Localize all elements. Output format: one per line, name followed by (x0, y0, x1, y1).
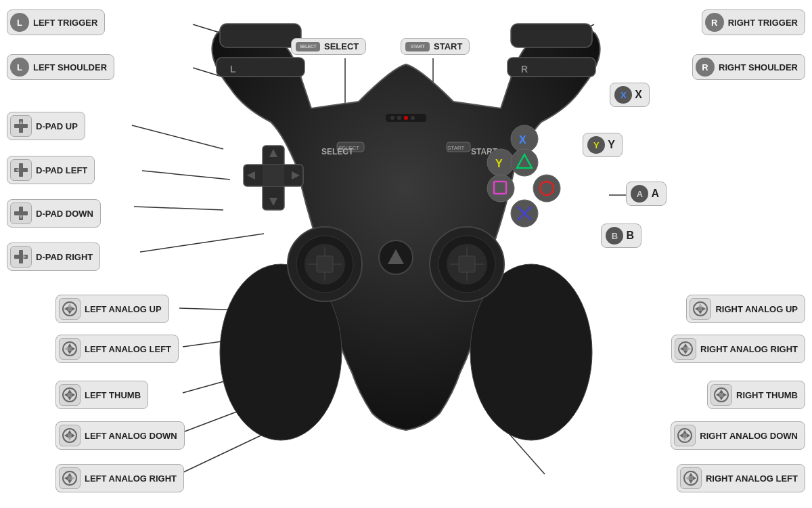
svg-point-96 (67, 346, 72, 352)
left-shoulder-label: L LEFT SHOULDER (7, 54, 114, 80)
right-thumb-icon (710, 384, 732, 406)
dpad-up-label: D-PAD UP (7, 112, 85, 140)
svg-text:SELECT: SELECT (321, 147, 354, 156)
left-analog-up-icon (59, 298, 81, 320)
left-analog-right-icon (59, 467, 81, 489)
dpad-down-label: D-PAD DOWN (7, 199, 101, 228)
svg-marker-111 (64, 433, 68, 438)
right-trigger-icon: R (705, 13, 724, 32)
svg-text:R: R (521, 64, 528, 75)
dpad-down-icon (10, 203, 32, 224)
left-trigger-label: L LEFT TRIGGER (7, 9, 105, 35)
svg-marker-130 (687, 347, 691, 351)
svg-marker-147 (685, 476, 689, 480)
svg-point-132 (719, 392, 724, 398)
svg-marker-103 (68, 389, 72, 393)
svg-rect-45 (263, 165, 284, 186)
svg-point-126 (683, 346, 688, 352)
dpad-up-icon (10, 115, 32, 137)
svg-marker-93 (64, 307, 68, 311)
svg-marker-116 (68, 480, 72, 484)
a-circle-icon: A (631, 185, 648, 203)
svg-point-72 (533, 175, 560, 202)
svg-marker-99 (64, 347, 68, 351)
right-shoulder-label: R RIGHT SHOULDER (692, 54, 805, 80)
svg-rect-84 (14, 211, 28, 215)
svg-marker-112 (72, 433, 75, 438)
svg-marker-122 (698, 311, 702, 314)
start-label: START START (401, 38, 470, 55)
right-analog-down-icon (674, 425, 696, 446)
right-analog-down-label: RIGHT ANALOG DOWN (671, 421, 805, 450)
x-button-label: X X (610, 83, 650, 107)
svg-marker-123 (695, 307, 698, 311)
svg-point-35 (404, 116, 408, 120)
controller-svg: L R SELECT SELECT START START (162, 14, 650, 461)
left-analog-down-label: LEFT ANALOG DOWN (55, 421, 185, 450)
svg-marker-129 (680, 347, 683, 351)
svg-marker-98 (68, 351, 72, 354)
svg-marker-104 (68, 397, 72, 400)
svg-point-36 (411, 116, 415, 120)
svg-marker-121 (698, 303, 702, 307)
left-shoulder-icon: L (10, 58, 29, 77)
svg-marker-105 (64, 393, 68, 397)
dpad-right-icon (10, 246, 32, 268)
svg-marker-148 (693, 476, 696, 480)
right-analog-up-label: RIGHT ANALOG UP (686, 295, 805, 323)
right-analog-right-label: RIGHT ANALOG RIGHT (671, 335, 805, 363)
svg-marker-109 (68, 430, 72, 433)
svg-point-33 (390, 116, 394, 120)
a-button-label: A A (626, 182, 667, 206)
select-icon: SELECT (296, 42, 320, 51)
y-circle-icon: Y (587, 136, 605, 154)
svg-point-108 (67, 433, 72, 438)
right-analog-right-icon (675, 338, 696, 360)
svg-rect-27 (511, 24, 592, 47)
svg-point-144 (688, 475, 694, 481)
svg-rect-78 (14, 124, 28, 128)
svg-point-34 (397, 116, 401, 120)
right-analog-left-label: RIGHT ANALOG LEFT (677, 464, 805, 492)
svg-marker-118 (72, 476, 75, 480)
svg-marker-141 (679, 433, 683, 438)
svg-marker-136 (723, 393, 727, 397)
b-circle-icon: B (606, 227, 623, 245)
right-thumb-label: RIGHT THUMB (707, 381, 805, 409)
left-analog-left-label: LEFT ANALOG LEFT (55, 335, 179, 363)
dpad-right-label: D-PAD RIGHT (7, 242, 100, 271)
scene: L R SELECT SELECT START START (0, 0, 812, 508)
svg-marker-142 (687, 433, 690, 438)
b-button-label: B B (601, 224, 641, 248)
svg-point-90 (67, 306, 72, 312)
svg-text:START: START (447, 145, 465, 151)
svg-marker-146 (689, 480, 693, 484)
svg-marker-91 (68, 303, 72, 307)
left-thumb-label: LEFT THUMB (55, 381, 148, 409)
svg-marker-97 (68, 343, 72, 347)
right-analog-up-icon (690, 298, 711, 320)
svg-marker-92 (68, 311, 72, 314)
right-shoulder-icon: R (696, 58, 715, 77)
left-analog-right-label: LEFT ANALOG RIGHT (55, 464, 184, 492)
svg-marker-100 (72, 347, 75, 351)
svg-marker-135 (716, 393, 719, 397)
svg-marker-139 (683, 430, 687, 433)
left-analog-up-label: LEFT ANALOG UP (55, 295, 169, 323)
x-circle-icon: X (614, 86, 632, 104)
right-analog-left-icon (680, 467, 702, 489)
svg-point-120 (698, 306, 703, 312)
left-trigger-icon: L (10, 13, 29, 32)
svg-rect-55 (317, 256, 333, 272)
svg-point-68 (487, 175, 514, 202)
svg-marker-117 (64, 476, 68, 480)
svg-text:L: L (230, 64, 236, 75)
svg-marker-145 (689, 473, 693, 476)
dpad-left-icon (10, 159, 32, 181)
svg-point-138 (682, 433, 687, 438)
svg-marker-134 (719, 397, 723, 400)
svg-marker-94 (72, 307, 75, 311)
svg-text:Y: Y (495, 158, 503, 169)
select-label: SELECT SELECT (291, 38, 366, 55)
svg-point-102 (67, 392, 72, 398)
